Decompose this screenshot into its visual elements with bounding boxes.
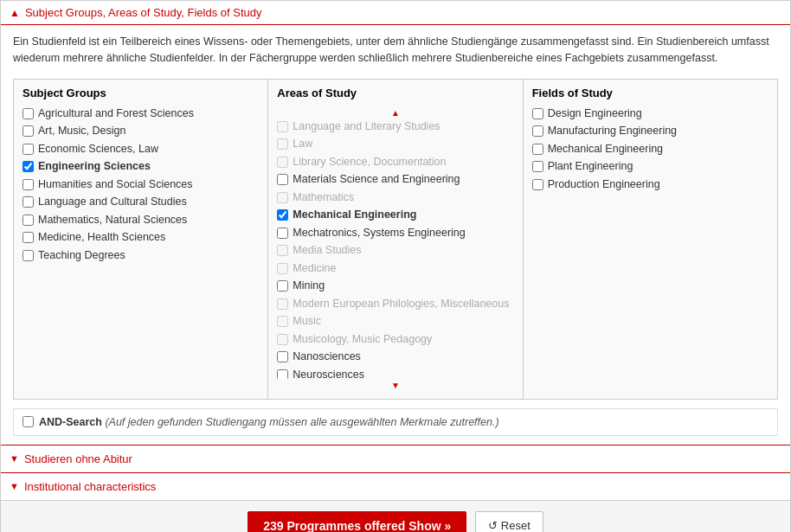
field-label[interactable]: Design Engineering — [548, 106, 642, 122]
area-checkbox[interactable] — [277, 209, 288, 221]
area-checkbox[interactable] — [277, 280, 288, 292]
studieren-header[interactable]: ▼ Studieren ohne Abitur — [1, 445, 790, 472]
list-item: Medicine — [277, 261, 510, 277]
area-label[interactable]: Materials Science and Engineering — [293, 172, 460, 188]
and-search-row: AND-Search (Auf jeden gefunden Studienga… — [13, 408, 778, 436]
subject-checkbox[interactable] — [23, 215, 34, 226]
subject-checkbox[interactable] — [23, 161, 34, 172]
subject-groups-column: Subject Groups Agricultural and Forest S… — [14, 80, 268, 399]
subject-label[interactable]: Economic Sciences, Law — [38, 142, 158, 157]
subject-checkbox[interactable] — [23, 250, 34, 261]
and-search-label[interactable]: AND-Search (Auf jeden gefunden Studienga… — [39, 416, 499, 428]
subject-label[interactable]: Teaching Degrees — [38, 248, 125, 264]
and-search-description: (Auf jeden gefunden Studiengang müssen a… — [105, 416, 498, 428]
subject-label[interactable]: Humanities and Social Sciences — [38, 177, 193, 193]
area-checkbox[interactable] — [277, 174, 288, 185]
area-label: Music — [293, 314, 321, 330]
field-checkbox[interactable] — [532, 179, 543, 190]
subject-label[interactable]: Agricultural and Forest Sciences — [38, 106, 194, 122]
subject-checkbox[interactable] — [23, 144, 34, 155]
list-item: Plant Engineering — [532, 159, 768, 175]
columns-container: Subject Groups Agricultural and Forest S… — [13, 79, 778, 400]
field-checkbox[interactable] — [532, 144, 543, 155]
field-label[interactable]: Manufacturing Engineering — [548, 124, 677, 139]
list-item: Art, Music, Design — [23, 124, 259, 139]
field-label[interactable]: Mechanical Engineering — [548, 142, 663, 157]
subject-checkbox[interactable] — [23, 125, 34, 137]
list-item: Humanities and Social Sciences — [23, 177, 259, 193]
subject-checkbox[interactable] — [23, 179, 34, 190]
and-search-checkbox[interactable] — [23, 416, 34, 427]
subject-checkbox[interactable] — [23, 108, 34, 119]
area-label[interactable]: Nanosciences — [293, 349, 361, 365]
subject-label[interactable]: Engineering Sciences — [38, 159, 151, 175]
area-checkbox — [277, 245, 288, 256]
area-label: Law — [293, 137, 312, 152]
areas-of-study-header: Areas of Study — [277, 87, 513, 99]
list-item: Engineering Sciences — [23, 159, 259, 175]
area-checkbox — [277, 263, 288, 274]
subject-checkbox[interactable] — [23, 196, 34, 208]
area-label[interactable]: Mechanical Engineering — [293, 208, 416, 223]
section-header[interactable]: ▲ Subject Groups, Areas of Study, Fields… — [1, 1, 790, 25]
area-checkbox — [277, 334, 288, 345]
list-item: Mechanical Engineering — [532, 142, 768, 157]
area-checkbox — [277, 192, 288, 203]
main-panel: Ein Studienfeld ist ein Teilbereich eine… — [1, 25, 790, 445]
subject-label[interactable]: Art, Music, Design — [38, 124, 125, 139]
list-item: Mechatronics, Systems Engineering — [277, 226, 510, 241]
section-chevron-icon: ▲ — [10, 7, 20, 19]
list-item: Law — [277, 137, 510, 152]
description-text: Ein Studienfeld ist ein Teilbereich eine… — [13, 34, 778, 67]
list-item: Agricultural and Forest Sciences — [23, 106, 259, 122]
list-item: Modern European Philologies, Miscellaneo… — [277, 297, 510, 312]
list-item: Language and Cultural Studies — [23, 195, 259, 210]
subject-label[interactable]: Medicine, Health Sciences — [38, 230, 165, 246]
list-item: Library Science, Documentation — [277, 155, 510, 170]
studieren-title: Studieren ohne Abitur — [24, 452, 132, 465]
list-item: Production Engineering — [532, 177, 768, 193]
list-item: Materials Science and Engineering — [277, 172, 510, 188]
show-programmes-button[interactable]: 239 Programmes offered Show » — [248, 511, 466, 533]
subject-checkbox[interactable] — [23, 232, 34, 243]
area-checkbox[interactable] — [277, 228, 288, 239]
subject-label[interactable]: Mathematics, Natural Sciences — [38, 213, 187, 228]
list-item: Manufacturing Engineering — [532, 124, 768, 139]
area-label: Media Studies — [293, 243, 361, 259]
area-label: Medicine — [293, 261, 336, 277]
field-checkbox[interactable] — [532, 161, 543, 172]
section-title: Subject Groups, Areas of Study, Fields o… — [25, 6, 262, 19]
field-checkbox[interactable] — [532, 125, 543, 137]
areas-list-wrapper[interactable]: Language and Literary StudiesLawLibrary … — [277, 119, 513, 379]
studieren-section: ▼ Studieren ohne Abitur — [1, 445, 790, 472]
list-item: Mechanical Engineering — [277, 208, 510, 223]
area-label[interactable]: Neurosciences — [293, 368, 364, 379]
area-label[interactable]: Mining — [293, 279, 325, 294]
list-item: Music — [277, 314, 510, 330]
areas-scroll-wrapper: ▲ Language and Literary StudiesLawLibrar… — [277, 106, 513, 392]
list-item: Language and Literary Studies — [277, 119, 510, 135]
field-label[interactable]: Plant Engineering — [548, 159, 633, 175]
list-item: Medicine, Health Sciences — [23, 230, 259, 246]
area-checkbox[interactable] — [277, 369, 288, 379]
list-item: Neurosciences — [277, 368, 510, 379]
area-checkbox[interactable] — [277, 351, 288, 362]
institutional-header[interactable]: ▼ Institutional characteristics — [1, 473, 790, 500]
area-label[interactable]: Mechatronics, Systems Engineering — [293, 226, 465, 241]
studieren-chevron-icon: ▼ — [10, 453, 19, 464]
fields-of-study-column: Fields of Study Design EngineeringManufa… — [524, 80, 777, 399]
reset-button[interactable]: ↺ Reset — [475, 511, 543, 532]
field-checkbox[interactable] — [532, 108, 543, 119]
subject-label[interactable]: Language and Cultural Studies — [38, 195, 187, 210]
scroll-up-icon[interactable]: ▲ — [277, 106, 513, 119]
list-item: Nanosciences — [277, 349, 510, 365]
fields-of-study-list: Design EngineeringManufacturing Engineer… — [532, 106, 768, 195]
areas-of-study-column: Areas of Study ▲ Language and Literary S… — [268, 80, 523, 399]
fields-of-study-header: Fields of Study — [532, 87, 768, 99]
list-item: Economic Sciences, Law — [23, 142, 259, 157]
field-label[interactable]: Production Engineering — [548, 177, 660, 193]
area-label: Musicology, Music Pedagogy — [293, 332, 432, 348]
scroll-down-icon[interactable]: ▼ — [277, 379, 513, 392]
list-item: Mathematics, Natural Sciences — [23, 213, 259, 228]
institutional-section: ▼ Institutional characteristics — [1, 472, 790, 500]
